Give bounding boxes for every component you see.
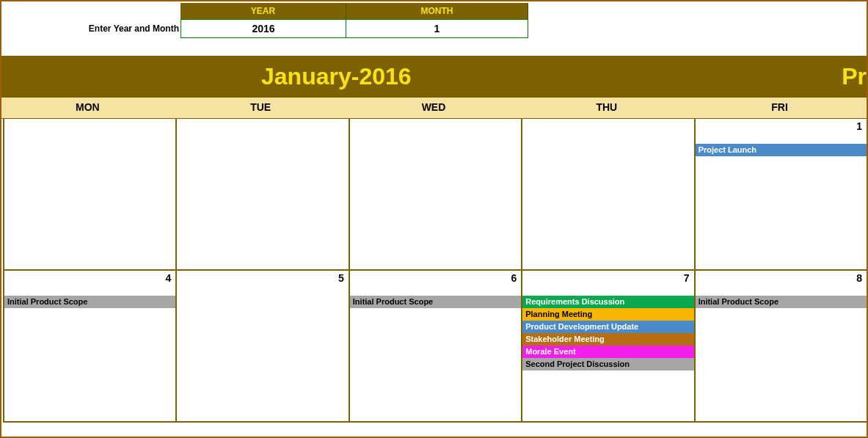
day-number: 6 [511, 272, 517, 284]
day-cell[interactable]: 6 Initial Product Scope [349, 271, 521, 423]
input-value-row: 2016 1 [180, 19, 528, 38]
input-columns: YEAR MONTH 2016 1 [180, 3, 528, 38]
events: Initial Product Scope [350, 296, 521, 308]
day-cell[interactable] [3, 119, 175, 271]
events: Initial Product Scope [696, 296, 867, 308]
events: Project Launch [696, 144, 867, 156]
week-row-1: 1 Project Launch [1, 119, 867, 271]
day-header-row: MON TUE WED THU FRI [1, 97, 867, 119]
event-item[interactable]: Initial Product Scope [4, 296, 175, 308]
month-header: MONTH [346, 3, 528, 19]
day-cell[interactable] [349, 119, 521, 271]
day-header-mon: MON [1, 98, 175, 118]
year-input[interactable]: 2016 [180, 19, 346, 38]
day-number: 4 [166, 272, 172, 284]
input-row: Enter Year and Month YEAR MONTH 2016 1 [1, 1, 867, 38]
event-item[interactable]: Planning Meeting [522, 308, 693, 321]
day-header-wed: WED [348, 98, 521, 118]
event-item[interactable]: Requirements Discussion [522, 296, 693, 308]
title-right-clipped: Pr [842, 63, 867, 90]
day-number: 1 [856, 120, 862, 132]
enter-year-month-label: Enter Year and Month [89, 23, 179, 38]
week-row-2: 4 Initial Product Scope 5 6 Initial Prod… [1, 271, 867, 423]
month-input[interactable]: 1 [346, 19, 528, 38]
events: Initial Product Scope [4, 296, 175, 308]
input-header-row: YEAR MONTH [180, 3, 528, 19]
day-cell[interactable] [521, 119, 693, 271]
event-item[interactable]: Stakeholder Meeting [522, 333, 693, 346]
day-header-fri: FRI [693, 98, 867, 118]
events: Requirements Discussion Planning Meeting… [522, 296, 693, 371]
event-item[interactable]: Morale Event [522, 346, 693, 358]
day-cell[interactable]: 5 [175, 271, 348, 423]
day-cell[interactable]: 4 Initial Product Scope [3, 271, 175, 423]
day-cell[interactable]: 1 Project Launch [694, 119, 867, 271]
day-header-tue: TUE [175, 98, 348, 118]
year-header: YEAR [180, 3, 346, 19]
event-item[interactable]: Second Project Discussion [522, 358, 693, 371]
event-item[interactable]: Project Launch [696, 144, 867, 156]
event-item[interactable]: Initial Product Scope [350, 296, 521, 308]
day-number: 5 [338, 272, 344, 284]
day-number: 7 [684, 272, 690, 284]
event-item[interactable]: Product Development Update [522, 321, 693, 333]
day-cell[interactable]: 7 Requirements Discussion Planning Meeti… [521, 271, 693, 423]
event-item[interactable]: Initial Product Scope [696, 296, 867, 308]
gap [1, 38, 867, 56]
day-cell[interactable]: 8 Initial Product Scope [694, 271, 867, 423]
title-bar: January-2016 Pr [1, 56, 867, 97]
day-cell[interactable] [175, 119, 348, 271]
day-header-thu: THU [520, 98, 693, 118]
day-number: 8 [856, 272, 862, 284]
input-label-wrap: Enter Year and Month [1, 3, 180, 38]
month-year-title: January-2016 [261, 63, 412, 90]
